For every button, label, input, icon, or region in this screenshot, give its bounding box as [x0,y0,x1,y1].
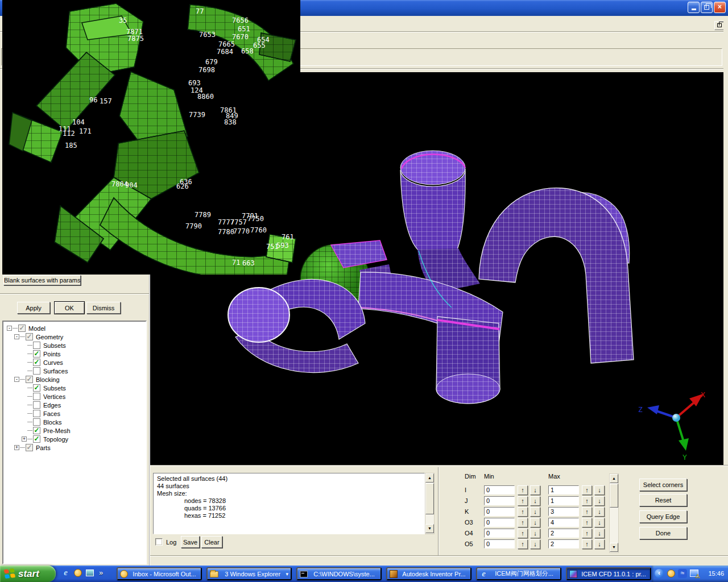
visibility-checkbox[interactable]: ✓ [33,359,40,366]
tree-item-topology[interactable]: +✓Topology [3,435,146,443]
expand-toggle-icon[interactable]: - [7,326,12,331]
tree-item-points[interactable]: ✓Points [3,350,146,358]
taskbar-task-3-windows-explorer[interactable]: 3 Windows Explorer▾ [206,567,292,580]
min-increment-icon[interactable]: ↑ [518,539,528,549]
log-scrollbar[interactable]: ▲ ▼ [425,473,435,534]
max-increment-icon[interactable]: ↑ [582,496,592,506]
tray-collapse-icon[interactable]: ‹ [655,569,664,578]
max-decrement-icon[interactable]: ↓ [594,485,605,495]
select-corners-button[interactable]: Select corners [639,479,687,491]
expand-toggle-icon[interactable]: + [22,436,27,442]
desktop-quicklaunch-icon[interactable] [86,569,94,576]
taskbar-task-inbox-microsoft-out[interactable]: Inbox - Microsoft Out... [117,567,202,580]
visibility-checkbox[interactable] [33,393,40,400]
dim-max-input-o4[interactable] [548,529,579,538]
visibility-checkbox[interactable]: ✓ [33,427,40,434]
tree-item-blocks[interactable]: Blocks [3,418,146,426]
visibility-checkbox[interactable]: ✓ [33,384,40,392]
dim-max-input-o5[interactable] [548,539,579,548]
start-button[interactable]: start [0,566,56,582]
dim-min-input-k[interactable] [484,507,515,516]
reset-button[interactable]: Reset [639,494,687,506]
dismiss-button[interactable]: Dismiss [86,302,121,314]
dim-min-input-o4[interactable] [484,529,515,538]
max-decrement-icon[interactable]: ↓ [594,496,605,506]
query-edge-button[interactable]: Query Edge [639,510,687,523]
visibility-checkbox[interactable] [33,342,40,349]
min-decrement-icon[interactable]: ↓ [530,518,540,527]
blank-surfaces-button[interactable]: Blank surfaces with params [3,275,81,285]
ie-quicklaunch-icon[interactable]: e [61,568,70,577]
apply-button[interactable]: Apply [17,302,50,314]
tree-item-parts[interactable]: +✓Parts [3,443,146,452]
max-decrement-icon[interactable]: ↓ [594,507,605,517]
tree-item-faces[interactable]: Faces [3,409,146,418]
min-increment-icon[interactable]: ↑ [518,507,528,517]
dim-scroll-thumb[interactable] [610,484,618,508]
dim-max-input-i[interactable] [548,485,579,494]
visibility-checkbox[interactable] [33,418,40,426]
min-increment-icon[interactable]: ↑ [518,529,528,538]
dim-min-input-j[interactable] [484,496,515,505]
done-button[interactable]: Done [639,527,687,539]
max-increment-icon[interactable]: ↑ [582,518,592,527]
taskbar-task-icem-cfd-11-0-1-pr[interactable]: ICEM CFD 11.0.1 : pr... [566,567,651,580]
max-decrement-icon[interactable]: ↓ [594,539,605,549]
dim-min-input-i[interactable] [484,485,515,494]
outlook-quicklaunch-icon[interactable] [74,569,82,577]
visibility-checkbox[interactable]: ✓ [18,325,26,332]
display-warning-icon[interactable] [690,569,698,577]
scroll-down-icon[interactable]: ▼ [610,543,618,552]
dim-min-input-o5[interactable] [484,539,515,548]
tree-item-vertices[interactable]: Vertices [3,392,146,401]
tree-item-surfaces[interactable]: Surfaces [3,367,146,375]
dim-max-input-o3[interactable] [548,518,579,527]
visibility-checkbox[interactable] [33,410,40,417]
visibility-checkbox[interactable]: ✓ [26,444,33,451]
tree-item-geometry[interactable]: -✓Geometry [3,332,146,341]
visibility-checkbox[interactable]: ✓ [26,333,33,340]
blocking-viewport[interactable]: 3577787178757656651765376707665654655768… [2,0,300,275]
max-decrement-icon[interactable]: ↓ [594,529,605,538]
min-decrement-icon[interactable]: ↓ [530,496,540,506]
tree-item-blocking[interactable]: -✓Blocking [3,375,146,384]
max-decrement-icon[interactable]: ↓ [594,518,605,527]
tree-item-subsets[interactable]: Subsets [3,341,146,350]
scroll-up-icon[interactable]: ▲ [425,473,434,483]
close-button[interactable]: × [714,2,726,13]
expand-toggle-icon[interactable]: + [14,445,19,450]
taskbar-task-icem[interactable]: eICEM阀门网格划分... [476,567,561,580]
visibility-checkbox[interactable] [33,401,40,409]
restore-button[interactable] [701,2,713,13]
min-increment-icon[interactable]: ↑ [518,518,528,527]
ok-button[interactable]: OK [54,301,85,314]
visibility-checkbox[interactable]: ✓ [26,376,33,383]
quicklaunch-overflow-icon[interactable]: » [99,568,103,577]
dim-max-input-j[interactable] [548,496,579,505]
min-decrement-icon[interactable]: ↓ [530,529,540,538]
max-increment-icon[interactable]: ↑ [582,485,592,495]
scroll-down-icon[interactable]: ▼ [425,524,434,533]
tree-item-pre-mesh[interactable]: ✓Pre-Mesh [3,426,146,435]
max-increment-icon[interactable]: ↑ [582,539,592,549]
expand-toggle-icon[interactable]: - [14,377,19,382]
tree-item-curves[interactable]: ✓Curves [3,358,146,367]
save-button[interactable]: Save [181,536,200,548]
network-activity-icon[interactable]: ≈ [678,569,687,578]
log-checkbox[interactable] [155,538,163,546]
visibility-checkbox[interactable]: ✓ [33,350,40,357]
taskbar-task-c-windows-syste[interactable]: C:\WINDOWS\syste... [296,567,382,580]
dim-scrollbar[interactable]: ▲ ▼ [609,473,619,553]
min-increment-icon[interactable]: ↑ [518,485,528,495]
message-log[interactable]: Selected all surfaces (44)44 surfacesMes… [153,473,425,534]
scroll-up-icon[interactable]: ▲ [610,474,618,483]
minimize-button[interactable] [688,2,700,13]
max-increment-icon[interactable]: ↑ [582,529,592,538]
tree-item-edges[interactable]: Edges [3,401,146,409]
visibility-checkbox[interactable] [33,367,40,375]
max-increment-icon[interactable]: ↑ [582,507,592,517]
tree-item-model[interactable]: -✓Model [3,324,146,332]
min-increment-icon[interactable]: ↑ [518,496,528,506]
expand-toggle-icon[interactable]: - [14,334,19,339]
dim-max-input-k[interactable] [548,507,579,516]
